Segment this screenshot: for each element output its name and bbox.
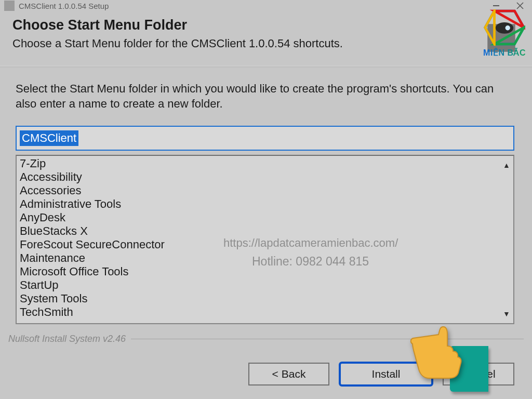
folder-item[interactable]: Accessories [20,184,500,197]
page-subtitle: Choose a Start Menu folder for the CMSCl… [12,36,428,51]
folder-item[interactable]: System Tools [20,292,500,305]
button-row: < Back Install Cancel [248,362,514,387]
scroll-up-icon[interactable]: ▲ [501,157,512,174]
folder-name-value: CMSClient [20,130,78,146]
folder-item[interactable]: StartUp [20,278,500,292]
folder-list[interactable]: 7-ZipAccessibilityAccessoriesAdministrat… [16,155,514,324]
folder-item[interactable]: Microsoft Office Tools [20,265,500,278]
folder-item[interactable]: Maintenance [20,251,500,265]
folder-item[interactable]: ForeScout SecureConnector [20,238,500,251]
folder-item[interactable]: 7-Zip [20,157,500,170]
cancel-button[interactable]: Cancel [443,363,514,385]
folder-list-items: 7-ZipAccessibilityAccessoriesAdministrat… [20,157,500,322]
footer: Nullsoft Install System v2.46 [8,334,524,344]
folder-item[interactable]: Accessibility [20,170,500,184]
titlebar-title: CMSClient 1.0.0.54 Setup [19,2,109,10]
folder-item[interactable]: Administrative Tools [20,197,500,211]
scroll-down-icon[interactable]: ▼ [501,305,512,322]
install-button[interactable]: Install [339,362,433,387]
scrollbar[interactable]: ▲ ▼ [501,157,512,322]
svg-rect-0 [493,5,499,6]
installer-banner-icon [487,24,515,52]
instructions-text: Select the Start Menu folder in which yo… [16,82,514,111]
header: Choose Start Menu Folder Choose a Start … [0,11,532,56]
titlebar: CMSClient 1.0.0.54 Setup [0,0,532,11]
minimize-button[interactable] [484,0,508,11]
titlebar-app-icon [4,1,15,11]
installer-brand: Nullsoft Install System v2.46 [8,334,126,344]
body: Select the Start Menu folder in which yo… [0,67,532,324]
footer-rule [131,339,524,339]
folder-name-input[interactable]: CMSClient [16,126,514,151]
installer-window: CMSClient 1.0.0.54 Setup Choose Start Me… [0,0,532,399]
back-button[interactable]: < Back [248,363,329,385]
divider [0,66,532,67]
folder-item[interactable]: TechSmith [20,305,500,319]
folder-item[interactable]: BlueStacks X [20,224,500,238]
page-title: Choose Start Menu Folder [12,17,520,33]
close-button[interactable] [508,0,532,11]
window-controls [484,0,532,11]
folder-item[interactable]: AnyDesk [20,211,500,224]
